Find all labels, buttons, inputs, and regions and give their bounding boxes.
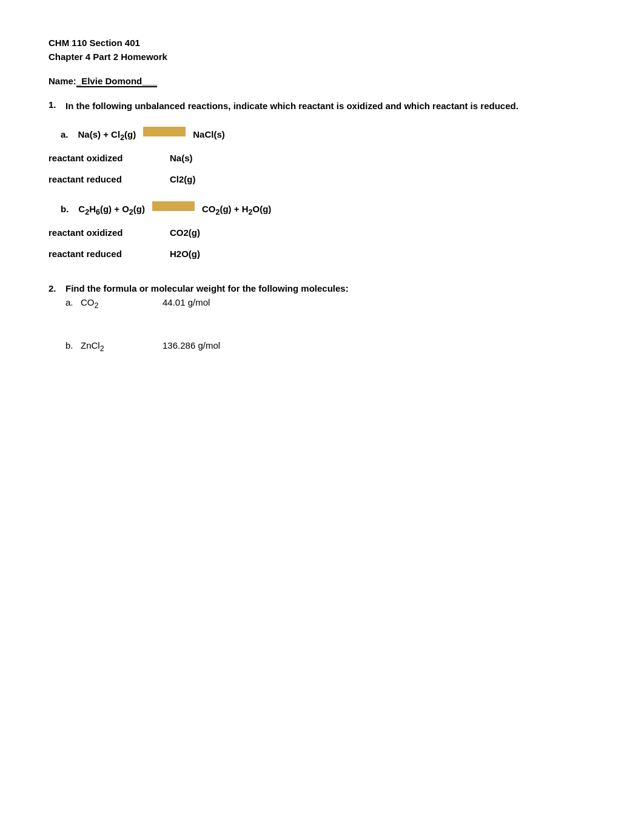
reduced-value-b: H2O(g) [170,249,200,259]
molecule-zncl2-formula: b. ZnCl2 [65,340,163,353]
reaction-b-label: b. [61,204,69,214]
reaction-b-reduced-row: reactant reduced H2O(g) [49,249,595,259]
reduced-label-a: reactant reduced [49,174,170,184]
q2-text: Find the formula or molecular weight for… [65,283,349,293]
header-line1: CHM 110 Section 401 [49,36,595,50]
name-section: Name:_Elvie Domond___ [49,76,595,86]
reaction-a-label: a. [61,129,69,139]
reaction-b-oxidized-row: reactant oxidized CO2(g) [49,227,595,238]
reaction-b-left: C2H6(g) + O2(g) [78,204,145,216]
molecule-co2-value: 44.01 g/mol [163,297,210,307]
q2-number: 2. [49,283,65,293]
reduced-value-a: Cl2(g) [170,174,196,184]
reaction-a-right: NaCl(s) [193,129,225,139]
q1-number: 1. [49,99,65,124]
reaction-b-right: CO2(g) + H2O(g) [202,204,271,216]
q1-text: In the following unbalanced reactions, i… [65,99,518,113]
molecule-co2-row: a. CO2 44.01 g/mol [65,297,595,310]
reduced-label-b: reactant reduced [49,249,170,259]
name-label: Name: [49,76,76,86]
reaction-b-arrow [152,201,195,211]
molecule-co2: a. CO2 44.01 g/mol [65,297,595,310]
molecule-co2-formula: a. CO2 [65,297,163,310]
reaction-a-reduced-row: reactant reduced Cl2(g) [49,174,595,184]
oxidized-label-a: reactant oxidized [49,153,170,163]
oxidized-value-a: Na(s) [170,153,193,163]
reaction-b: b. C2H6(g) + O2(g) CO2(g) + H2O(g) react… [49,203,595,259]
document-header: CHM 110 Section 401 Chapter 4 Part 2 Hom… [49,36,595,64]
molecule-zncl2: b. ZnCl2 136.286 g/mol [65,340,595,353]
reaction-a-equation: a. Na(s) + Cl2(g) NaCl(s) [55,128,595,142]
reaction-a-oxidized-row: reactant oxidized Na(s) [49,153,595,163]
molecule-zncl2-row: b. ZnCl2 136.286 g/mol [65,340,595,353]
oxidized-value-b: CO2(g) [170,227,200,238]
reaction-b-equation: b. C2H6(g) + O2(g) CO2(g) + H2O(g) [55,203,595,216]
reaction-a-left: Na(s) + Cl2(g) [78,129,136,142]
oxidized-label-b: reactant oxidized [49,227,170,238]
reaction-a: a. Na(s) + Cl2(g) NaCl(s) reactant oxidi… [49,128,595,184]
molecule-zncl2-value: 136.286 g/mol [163,340,220,350]
question-2: 2. Find the formula or molecular weight … [49,283,595,353]
question-1: 1. In the following unbalanced reactions… [49,99,595,259]
reaction-a-arrow [143,127,186,136]
name-value: _Elvie Domond___ [76,76,157,87]
header-line2: Chapter 4 Part 2 Homework [49,50,595,64]
